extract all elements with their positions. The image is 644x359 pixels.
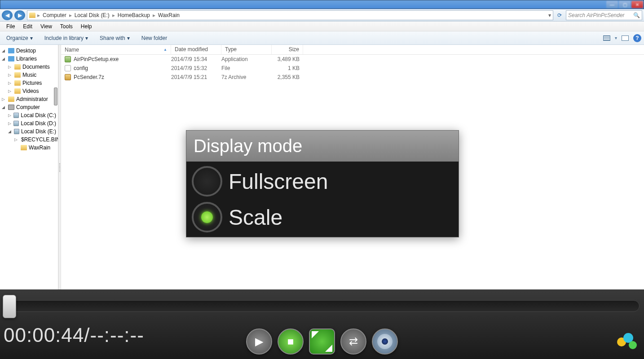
search-icon: 🔍: [633, 12, 640, 18]
radio-option[interactable]: Scale: [188, 199, 457, 235]
brand-logo: [617, 333, 639, 351]
search-input[interactable]: Search AirPinPcSender 🔍: [566, 10, 642, 20]
column-header-size[interactable]: Size: [272, 45, 303, 54]
address-dropdown-button[interactable]: ▾: [548, 12, 551, 18]
refresh-button[interactable]: ⟳: [555, 11, 564, 20]
tree-toggle-icon[interactable]: ◢: [2, 57, 6, 61]
file-size: 2,355 KB: [272, 74, 303, 80]
breadcrumb-item[interactable]: Computer: [42, 12, 67, 18]
help-button[interactable]: ?: [633, 34, 641, 42]
chevron-right-icon: ▸: [69, 12, 72, 18]
breadcrumb-item[interactable]: Local Disk (E:): [74, 12, 110, 18]
tree-item[interactable]: ▷Music: [0, 71, 58, 79]
tree-item-label: Libraries: [16, 56, 37, 62]
breadcrumb-item[interactable]: WaxRain: [157, 12, 181, 18]
menu-help[interactable]: Help: [77, 22, 96, 31]
tree-toggle-icon[interactable]: ◢: [2, 105, 6, 109]
menu-edit[interactable]: Edit: [19, 22, 36, 31]
gear-icon: [377, 334, 393, 349]
swap-button[interactable]: ⇄: [340, 328, 366, 355]
tree-item-label: Desktop: [16, 48, 36, 54]
radio-button[interactable]: [192, 202, 222, 232]
tree-toggle-icon[interactable]: ▷: [8, 89, 13, 93]
tree-toggle-icon[interactable]: ▷: [8, 65, 13, 69]
share-with-button[interactable]: Share with ▾: [96, 33, 133, 43]
tree-item[interactable]: ▷Videos: [0, 87, 58, 95]
tree-toggle-icon[interactable]: ▷: [8, 121, 12, 126]
seek-bar[interactable]: [0, 295, 644, 317]
address-bar[interactable]: ▸ Computer ▸ Local Disk (E:) ▸ HomeBacku…: [27, 10, 553, 20]
tree-toggle-icon[interactable]: ◢: [8, 129, 12, 134]
preview-pane-button[interactable]: [622, 35, 629, 41]
window-close-button[interactable]: ✕: [631, 1, 643, 8]
tree-toggle-icon[interactable]: ▷: [14, 137, 18, 142]
view-mode-button[interactable]: [603, 35, 610, 41]
folder-icon: [29, 13, 35, 18]
forward-button[interactable]: ▶: [14, 10, 25, 20]
chevron-right-icon: ▸: [112, 12, 115, 18]
tree-toggle-icon[interactable]: ◢: [2, 48, 6, 53]
tree-item[interactable]: ▷$RECYCLE.BIN: [0, 136, 58, 144]
tree-item[interactable]: ◢Computer: [0, 103, 58, 111]
tree-toggle-icon[interactable]: ▷: [8, 113, 12, 118]
tree-item[interactable]: ▷Local Disk (D:): [0, 119, 58, 127]
settings-button[interactable]: [372, 328, 398, 355]
radio-button[interactable]: [192, 166, 222, 197]
file-date: 2014/7/9 15:34: [171, 56, 221, 62]
tree-item-label: Local Disk (D:): [21, 120, 56, 127]
column-header-type[interactable]: Type: [221, 45, 272, 54]
folder-icon: [14, 88, 21, 94]
new-folder-button[interactable]: New folder: [138, 33, 171, 43]
tree-toggle-icon[interactable]: ▷: [8, 73, 13, 77]
chevron-down-icon[interactable]: ▾: [615, 35, 617, 40]
tree-item[interactable]: WaxRain: [0, 144, 58, 152]
tree-item-label: Local Disk (E:): [21, 128, 56, 135]
column-header-name[interactable]: Name ▲: [61, 45, 171, 54]
tree-item[interactable]: ◢Desktop: [0, 47, 58, 55]
organize-button[interactable]: Organize ▾: [3, 33, 36, 43]
back-button[interactable]: ◀: [2, 10, 13, 20]
file-name: PcSender.7z: [74, 74, 104, 80]
folder-icon: [14, 72, 21, 78]
window-titlebar: — ▢ ✕: [0, 0, 644, 9]
folder-icon: [8, 48, 14, 53]
column-header-date[interactable]: Date modified: [171, 45, 221, 54]
menu-tools[interactable]: Tools: [57, 22, 76, 31]
tree-item[interactable]: ▷Documents: [0, 63, 58, 71]
tree-item[interactable]: ▷Pictures: [0, 79, 58, 87]
chevron-down-icon: ▾: [30, 35, 33, 41]
folder-icon: [8, 105, 14, 110]
folder-icon: [21, 145, 27, 150]
file-row[interactable]: config2014/7/9 15:32File1 KB: [61, 64, 644, 73]
tree-item-label: Local Disk (C:): [21, 112, 56, 118]
radio-label: Scale: [229, 205, 282, 230]
menu-file[interactable]: File: [3, 22, 18, 31]
window-maximize-button[interactable]: ▢: [619, 1, 631, 8]
tree-item-label: Music: [22, 72, 36, 78]
folder-icon: [13, 121, 19, 126]
include-in-library-button[interactable]: Include in library ▾: [41, 33, 92, 43]
file-row[interactable]: AirPinPcSetup.exe2014/7/9 15:34Applicati…: [61, 55, 644, 64]
file-row[interactable]: PcSender.7z2014/7/9 15:217z Archive2,355…: [61, 73, 644, 82]
tree-toggle-icon[interactable]: ▷: [8, 81, 13, 85]
command-bar: Organize ▾ Include in library ▾ Share wi…: [0, 31, 644, 45]
radio-option[interactable]: Fullscreen: [188, 163, 457, 199]
breadcrumb-item[interactable]: HomeBackup: [117, 12, 151, 18]
menu-bar: File Edit View Tools Help: [0, 22, 644, 31]
tree-item-label: WaxRain: [29, 144, 50, 151]
seek-track[interactable]: [4, 300, 640, 312]
sidebar-scrollbar[interactable]: [54, 45, 57, 289]
tree-item[interactable]: ◢Local Disk (E:): [0, 127, 58, 136]
fullscreen-toggle-button[interactable]: [309, 328, 335, 355]
tree-item[interactable]: ◢Libraries: [0, 55, 58, 63]
tree-item[interactable]: ▷Administrator: [0, 95, 58, 103]
chevron-down-icon: ▾: [127, 35, 130, 41]
tree-item[interactable]: ▷Local Disk (C:): [0, 111, 58, 119]
seek-thumb[interactable]: [3, 295, 16, 318]
menu-view[interactable]: View: [37, 22, 56, 31]
dialog-title: Display mode: [186, 131, 459, 162]
window-minimize-button[interactable]: —: [606, 1, 618, 8]
tree-toggle-icon[interactable]: ▷: [2, 97, 6, 101]
stop-button[interactable]: ■: [278, 328, 304, 355]
play-button[interactable]: ▶: [246, 328, 272, 355]
